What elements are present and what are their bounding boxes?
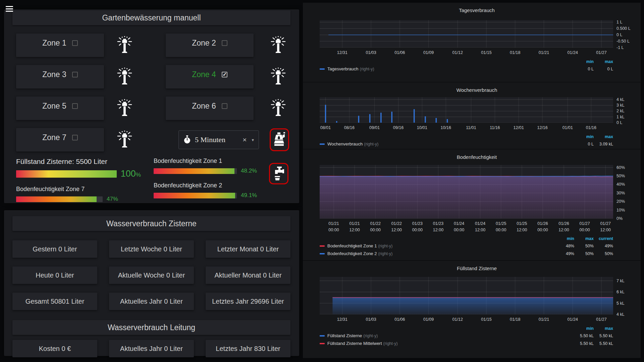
zone-2-label: Zone 2 <box>192 39 216 48</box>
legend-value: 0 L <box>574 142 594 146</box>
cistern-level-bar <box>16 170 117 178</box>
chart-fuellstand-zisterne: Füllstand Zisterne 12/3101/0301/0601/090… <box>303 261 641 352</box>
line-consumption-title: Wasserverbrauch Leitung <box>12 320 290 335</box>
legend-swatch <box>320 143 325 145</box>
x-tick-label: 09/16 <box>393 125 404 131</box>
x-tick-label: 01/21 <box>539 316 549 323</box>
cistern-stat-button[interactable]: Gesamt 50801 Liter <box>12 293 97 310</box>
gauges-section: Füllstand Zisterne: 5500 Liter 100% Bode… <box>16 158 299 202</box>
zone-6-checkbox[interactable] <box>222 103 227 109</box>
legend-item[interactable]: Bodenfeuchtigkeit Zone 2(right-y)49%50%5… <box>320 250 613 257</box>
zone-6-button[interactable]: Zone 6 <box>166 97 254 120</box>
cistern-stat-button[interactable]: Gestern 0 Liter <box>12 240 97 258</box>
zone-7-checkbox[interactable] <box>72 135 78 140</box>
legend-item[interactable]: Bodenfeuchtigkeit Zone 1(right-y)48%50%4… <box>320 242 613 250</box>
dashboard-root: Gartenbewässerung manuell Zone 1 Zone 2 … <box>0 0 644 362</box>
cistern-level-label: Füllstand Zisterne: 5500 Liter <box>16 158 141 166</box>
zone-2-checkbox[interactable] <box>222 40 227 46</box>
y-tick-label: 1 kL <box>616 115 625 119</box>
moisture-zone2-value: 49.1% <box>241 192 257 199</box>
legend-value: 3.09 kL <box>594 142 613 146</box>
duration-value: 5 Minuten <box>195 135 225 144</box>
cistern-stats-grid: Gestern 0 LiterLetzte Woche 0 LiterLetzt… <box>12 240 290 310</box>
cistern-stat-button[interactable]: Heute 0 Liter <box>12 266 97 284</box>
y-tick-label: 40% <box>616 182 625 187</box>
zone-5-button[interactable]: Zone 5 <box>16 97 104 120</box>
faucet-button[interactable] <box>269 163 288 184</box>
chart-plot <box>320 277 613 314</box>
zone-5-label: Zone 5 <box>42 102 66 111</box>
legend-value: 0 L <box>574 67 594 71</box>
x-tick-label: 11/16 <box>490 125 500 131</box>
legend-series-axis: (right-y) <box>364 142 378 146</box>
zone-7-button[interactable]: Zone 7 <box>16 128 104 152</box>
cistern-stat-button[interactable]: Letzter Monat 0 Liter <box>206 240 290 258</box>
menu-icon[interactable] <box>6 6 13 12</box>
legend-value: 5.50 kL <box>594 334 613 338</box>
cistern-stat-button[interactable]: Aktueller Monat 0 Liter <box>206 266 290 284</box>
chart-tagesverbrauch: Tagesverbrauch 12/3101/0301/0601/0901/12… <box>303 3 641 82</box>
x-tick-label: 01/2400:00 <box>454 221 464 233</box>
chart-x-axis: 12/3101/0301/0601/0901/1201/1501/1801/21… <box>320 49 613 58</box>
legend-series-name: Wochenverbrauch <box>327 141 363 146</box>
cistern-stat-button[interactable]: Letzte Woche 0 Liter <box>109 240 194 258</box>
line-stat-button[interactable]: Letztes Jahr 830 Liter <box>206 340 290 357</box>
legend-column-header: max <box>574 236 594 241</box>
legend-swatch <box>320 343 325 344</box>
legend-value: 50% <box>594 251 613 256</box>
zone-1-checkbox[interactable] <box>72 40 78 46</box>
moisture-zone7-bar <box>16 196 103 202</box>
zone-3-checkbox[interactable] <box>72 72 78 77</box>
duration-cell: 5 Minuten × ▾ <box>166 130 254 149</box>
y-tick-label: 30% <box>616 191 625 195</box>
chart-y-axis: 4 kL3 kL2 kL1 kL0 L <box>613 97 634 123</box>
sprinkler-icon <box>104 67 166 87</box>
chart-legend: minmaxTagesverbrauch(right-y)0 L0 L <box>320 58 613 73</box>
y-tick-label: 5 kL <box>616 301 625 306</box>
legend-swatch <box>320 245 325 247</box>
legend-item[interactable]: Wochenverbrauch(right-y)0 L3.09 kL <box>320 140 613 148</box>
chart-x-axis: 12/3101/0301/0601/0901/1201/1501/1801/21… <box>320 316 613 324</box>
line-stats-grid: Kosten 0 €Aktuelles Jahr 0 LiterLetztes … <box>12 340 290 357</box>
chart-plot <box>320 20 613 48</box>
legend-item[interactable]: Tagesverbrauch(right-y)0 L0 L <box>320 65 613 73</box>
zone-3-button[interactable]: Zone 3 <box>16 65 104 88</box>
line-stat-button[interactable]: Aktuelles Jahr 0 Liter <box>109 340 194 357</box>
x-tick-label: 10/01 <box>417 125 427 131</box>
moisture-zone2-bar <box>154 193 237 198</box>
cistern-consumption-title: Wasserverbrauch Zisterne <box>12 216 290 231</box>
legend-item[interactable]: Füllstand Zisterne Mittelwert(right-y)5.… <box>320 340 613 347</box>
x-tick-label: 01/2612:00 <box>558 221 569 233</box>
cistern-stat-button[interactable]: Aktuelle Woche 0 Liter <box>109 266 194 284</box>
y-tick-label: 0 L <box>616 120 622 125</box>
chart-legend: minmaxFüllstand Zisterne(right-y)5.50 kL… <box>320 325 613 347</box>
legend-item[interactable]: Füllstand Zisterne(right-y)5.50 kL5.50 k… <box>320 332 613 340</box>
legend-column-header: min <box>574 59 594 64</box>
chart-x-axis: 08/0108/1609/0109/1610/0110/1611/0111/16… <box>320 124 613 133</box>
y-tick-label: 4 kL <box>616 97 625 102</box>
zone-2-button[interactable]: Zone 2 <box>166 34 254 57</box>
zone-4-checkbox[interactable] <box>222 72 227 77</box>
legend-swatch <box>320 335 325 337</box>
clear-icon[interactable]: × <box>243 136 247 144</box>
legend-swatch <box>320 68 325 70</box>
legend-series-name: Füllstand Zisterne Mittelwert <box>327 341 382 346</box>
x-tick-label: 01/2112:00 <box>349 221 360 233</box>
zone-1-button[interactable]: Zone 1 <box>16 34 104 57</box>
x-tick-label: 01/12 <box>452 50 463 56</box>
chart-plot <box>320 97 613 123</box>
x-tick-label: 01/18 <box>510 50 520 56</box>
cistern-stat-button[interactable]: Letztes Jahr 29696 Liter <box>206 293 290 310</box>
line-stat-button[interactable]: Kosten 0 € <box>12 340 97 357</box>
zone-5-checkbox[interactable] <box>72 103 78 109</box>
legend-swatch <box>320 253 325 254</box>
zone-4-button[interactable]: Zone 4 <box>166 65 254 88</box>
cistern-stat-button[interactable]: Aktuelles Jahr 0 Liter <box>109 293 194 310</box>
duration-select[interactable]: 5 Minuten × ▾ <box>178 130 259 149</box>
x-tick-label: 12/31 <box>337 316 347 323</box>
legend-series-axis: (right-y) <box>383 341 398 346</box>
y-tick-label: 3 kL <box>616 103 625 108</box>
pump-button[interactable] <box>270 128 289 151</box>
chart-title: Bodenfeuchtigkeit <box>320 149 634 162</box>
cistern-level-value: 100% <box>121 169 141 179</box>
